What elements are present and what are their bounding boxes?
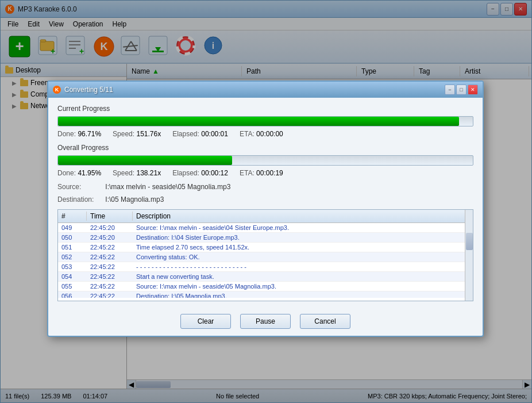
log-cell-desc: Start a new converting task. <box>133 272 473 281</box>
log-cell-num: 051 <box>58 243 87 252</box>
cancel-button[interactable]: Cancel <box>300 314 350 329</box>
dialog-footer: Clear Pause Cancel <box>48 308 483 336</box>
log-cell-desc: Time elapsed 2.70 secs, speed 141.52x. <box>133 243 473 252</box>
overall-done-value: 41.95% <box>78 169 101 177</box>
log-cell-time: 22:45:22 <box>87 282 133 291</box>
log-cell-time: 22:45:20 <box>87 223 133 232</box>
current-elapsed-value: 00:00:01 <box>201 130 228 138</box>
source-label: Source: <box>57 183 103 191</box>
log-container: # Time Description 049 22:45:20 Source: … <box>57 209 473 301</box>
dialog-title-bar: K Converting 5/11 − □ ✕ <box>48 82 483 98</box>
log-cell-desc: Converting status: OK. <box>133 252 473 262</box>
log-cell-time: 22:45:22 <box>87 291 133 298</box>
overall-eta-value: 00:00:19 <box>256 169 283 177</box>
current-progress-stats: Done: 96.71% Speed: 151.76x Elapsed: 00:… <box>57 130 473 138</box>
log-row: 050 22:45:20 Destination: I:\04 Sister E… <box>58 233 473 243</box>
log-col-desc: Description <box>133 212 473 221</box>
destination-label: Destination: <box>57 195 103 204</box>
overall-progress-fill <box>58 156 232 165</box>
source-row: Source: I:\max melvin - seaside\05 Magno… <box>57 183 473 191</box>
log-scrollbar[interactable] <box>465 210 473 301</box>
log-row: 049 22:45:20 Source: I:\max melvin - sea… <box>58 223 473 233</box>
dialog-close-button[interactable]: ✕ <box>468 85 478 95</box>
log-cell-desc: - - - - - - - - - - - - - - - - - - - - … <box>133 262 473 271</box>
log-cell-desc: Source: I:\max melvin - seaside\04 Siste… <box>133 223 473 232</box>
overall-elapsed-label: Elapsed: <box>172 169 199 177</box>
current-eta-label: ETA: <box>240 130 255 138</box>
overall-progress-stats: Done: 41.95% Speed: 138.21x Elapsed: 00:… <box>57 169 473 177</box>
dialog-body: Current Progress Done: 96.71% Speed: 151… <box>48 98 483 308</box>
log-scroll-thumb[interactable] <box>466 233 473 250</box>
log-cell-num: 053 <box>58 262 87 271</box>
log-cell-time: 22:45:22 <box>87 272 133 281</box>
log-cell-desc: Source: I:\max melvin - seaside\05 Magno… <box>133 282 473 291</box>
modal-overlay: K Converting 5/11 − □ ✕ Current Progress… <box>0 0 532 403</box>
source-value: I:\max melvin - seaside\05 Magnolia.mp3 <box>105 183 230 191</box>
current-elapsed-label: Elapsed: <box>172 130 199 138</box>
destination-row: Destination: I:\05 Magnolia.mp3 <box>57 195 473 204</box>
log-cell-num: 054 <box>58 272 87 281</box>
log-cell-num: 050 <box>58 233 87 242</box>
log-col-time: Time <box>87 212 133 221</box>
overall-elapsed-value: 00:00:12 <box>201 169 228 177</box>
dialog-title: Converting 5/11 <box>64 86 113 94</box>
current-speed-value: 151.76x <box>136 130 161 138</box>
log-cell-num: 049 <box>58 223 87 232</box>
log-body[interactable]: 049 22:45:20 Source: I:\max melvin - sea… <box>58 223 473 298</box>
dialog-minimize-button[interactable]: − <box>445 85 455 95</box>
log-row: 055 22:45:22 Source: I:\max melvin - sea… <box>58 282 473 291</box>
overall-done-label: Done: <box>57 169 76 177</box>
clear-button[interactable]: Clear <box>180 314 231 329</box>
log-cell-desc: Destination: I:\04 Sister Europe.mp3. <box>133 233 473 242</box>
dialog-controls: − □ ✕ <box>445 85 478 95</box>
overall-progress-label: Overall Progress <box>57 144 473 152</box>
log-row: 056 22:45:22 Destination: I:\05 Magnolia… <box>58 291 473 298</box>
current-done-value: 96.71% <box>78 130 101 138</box>
current-progress-label: Current Progress <box>57 105 473 113</box>
dialog-title-left: K Converting 5/11 <box>53 86 113 94</box>
log-row: 053 22:45:22 - - - - - - - - - - - - - -… <box>58 262 473 272</box>
log-cell-desc: Destination: I:\05 Magnolia.mp3. <box>133 291 473 298</box>
log-header: # Time Description <box>58 210 473 223</box>
log-row: 052 22:45:22 Converting status: OK. <box>58 252 473 262</box>
log-row: 051 22:45:22 Time elapsed 2.70 secs, spe… <box>58 243 473 252</box>
dialog-app-icon: K <box>53 86 61 94</box>
main-window: K MP3 Karaoke 6.0.0 − □ ✕ File Edit View… <box>0 0 532 403</box>
current-progress-bar <box>57 116 473 126</box>
log-cell-num: 052 <box>58 252 87 262</box>
destination-value: I:\05 Magnolia.mp3 <box>105 195 164 204</box>
overall-progress-bar <box>57 155 473 166</box>
log-cell-time: 22:45:22 <box>87 243 133 252</box>
log-cell-time: 22:45:22 <box>87 252 133 262</box>
log-cell-num: 056 <box>58 291 87 298</box>
log-cell-time: 22:45:20 <box>87 233 133 242</box>
overall-speed-label: Speed: <box>113 169 134 177</box>
current-progress-fill <box>58 117 459 126</box>
log-cell-num: 055 <box>58 282 87 291</box>
current-done-label: Done: <box>57 130 76 138</box>
overall-speed-value: 138.21x <box>136 169 161 177</box>
overall-eta-label: ETA: <box>240 169 255 177</box>
converting-dialog: K Converting 5/11 − □ ✕ Current Progress… <box>47 80 484 337</box>
current-eta-value: 00:00:00 <box>256 130 283 138</box>
log-row: 054 22:45:22 Start a new converting task… <box>58 272 473 282</box>
current-speed-label: Speed: <box>113 130 134 138</box>
pause-button[interactable]: Pause <box>240 314 291 329</box>
log-col-num: # <box>58 212 87 221</box>
dialog-maximize-button[interactable]: □ <box>456 85 467 95</box>
log-cell-time: 22:45:22 <box>87 262 133 271</box>
